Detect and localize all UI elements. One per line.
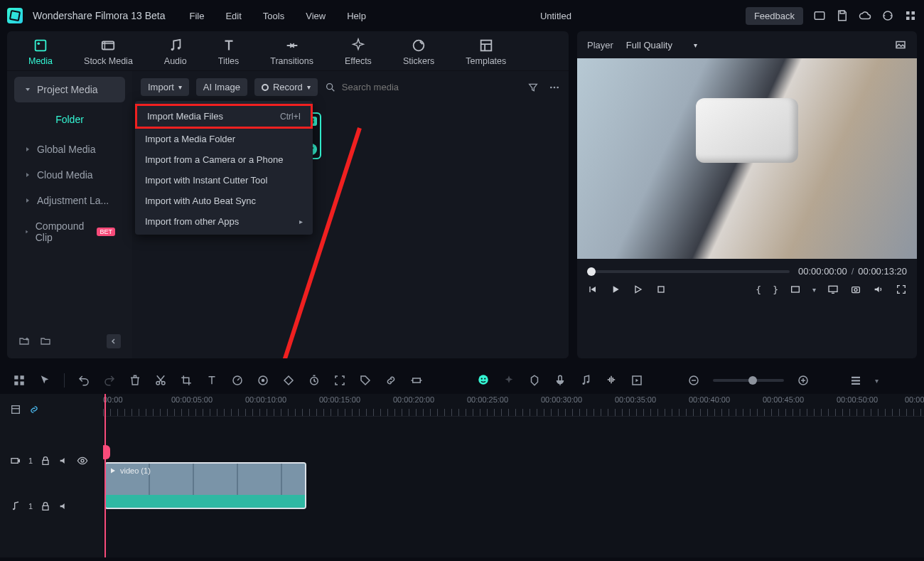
import-media-files[interactable]: Import Media FilesCtrl+I — [135, 104, 313, 129]
zoom-in-icon[interactable] — [797, 374, 810, 387]
preview-video[interactable] — [577, 58, 917, 259]
delete-icon[interactable] — [129, 374, 141, 387]
menu-file[interactable]: File — [190, 11, 205, 21]
more-icon[interactable] — [549, 82, 560, 93]
sidebar-adjustment-layer[interactable]: Adjustment La... — [14, 188, 125, 213]
collapse-sidebar-button[interactable] — [107, 334, 121, 348]
time-ruler[interactable]: 00:00 00:00:05:00 00:00:10:00 00:00:15:0… — [103, 394, 924, 417]
tab-titles[interactable]: Titles — [218, 38, 239, 70]
zoom-out-icon[interactable] — [687, 374, 700, 387]
cursor-icon[interactable] — [38, 374, 51, 387]
mic-icon[interactable] — [554, 374, 566, 387]
prev-frame-icon[interactable] — [587, 284, 598, 295]
import-instant-cutter[interactable]: Import with Instant Cutter Tool — [135, 170, 313, 191]
seek-bar[interactable] — [587, 270, 790, 273]
color-icon[interactable] — [257, 374, 269, 387]
ai-face-icon[interactable] — [477, 373, 490, 386]
tab-media[interactable]: Media — [28, 38, 53, 70]
import-media-folder[interactable]: Import a Media Folder — [135, 129, 313, 149]
tab-effects[interactable]: Effects — [345, 38, 372, 70]
marker-icon[interactable] — [528, 374, 541, 387]
mark-in-button[interactable]: { — [756, 284, 761, 295]
svg-rect-7 — [36, 41, 46, 51]
mark-out-button[interactable]: } — [773, 284, 778, 295]
lock-icon[interactable] — [40, 455, 51, 466]
svg-point-16 — [554, 86, 556, 88]
tab-stock-media[interactable]: Stock Media — [84, 38, 133, 70]
sparkle-icon[interactable] — [503, 374, 515, 387]
camera-icon[interactable] — [850, 284, 861, 295]
grid-icon[interactable] — [13, 374, 26, 387]
align-icon[interactable] — [410, 374, 423, 387]
svg-point-26 — [854, 289, 857, 292]
tab-audio[interactable]: Audio — [164, 38, 187, 70]
menu-tools[interactable]: Tools — [263, 11, 284, 21]
fullscreen-icon[interactable] — [896, 284, 907, 295]
stop-icon[interactable] — [655, 284, 667, 295]
display-icon[interactable] — [827, 284, 839, 295]
mute-icon[interactable] — [58, 455, 70, 466]
import-auto-beat-sync[interactable]: Import with Auto Beat Sync — [135, 191, 313, 211]
text-icon[interactable] — [205, 374, 218, 387]
sidebar-compound-clip[interactable]: Compound ClipBET — [14, 213, 125, 250]
ai-image-button[interactable]: AI Image — [196, 78, 247, 96]
save-icon[interactable] — [836, 9, 849, 22]
sidebar-folder[interactable]: Folder — [14, 107, 125, 132]
speed-icon[interactable] — [231, 374, 244, 387]
svg-rect-0 — [815, 12, 824, 20]
sidebar-cloud-media[interactable]: Cloud Media — [14, 162, 125, 188]
playhead[interactable] — [104, 394, 106, 557]
sidebar-project-media[interactable]: Project Media — [14, 77, 125, 102]
zoom-slider[interactable] — [713, 379, 784, 382]
play-icon[interactable] — [633, 284, 644, 295]
import-other-apps[interactable]: Import from other Apps▸ — [135, 211, 313, 232]
support-icon[interactable] — [881, 9, 894, 22]
record-button[interactable]: Record▾ — [254, 78, 318, 96]
expand-icon[interactable] — [333, 374, 346, 387]
playhead-grip[interactable] — [103, 445, 110, 459]
apps-icon[interactable] — [904, 9, 917, 22]
layout-icon[interactable] — [813, 9, 826, 22]
unlink-icon[interactable] — [28, 404, 40, 415]
feedback-button[interactable]: Feedback — [746, 7, 803, 25]
play-pause-icon[interactable] — [610, 284, 621, 295]
ratio-icon[interactable] — [790, 284, 801, 295]
crop-icon[interactable] — [180, 374, 193, 387]
timeline-clip[interactable]: video (1) — [104, 462, 306, 509]
tab-templates[interactable]: Templates — [466, 38, 506, 70]
timeline-tracks[interactable]: 00:00 00:00:05:00 00:00:10:00 00:00:15:0… — [103, 394, 924, 557]
new-folder-icon[interactable] — [18, 336, 30, 347]
filter-icon[interactable] — [527, 82, 539, 93]
volume-icon[interactable] — [873, 284, 884, 295]
tag-icon[interactable] — [359, 374, 372, 387]
search-input[interactable] — [342, 82, 520, 92]
timeline-panel-icon[interactable] — [10, 404, 21, 415]
folder-icon[interactable] — [40, 336, 51, 347]
snapshot-icon[interactable] — [894, 38, 907, 51]
menu-edit[interactable]: Edit — [225, 11, 241, 21]
seek-knob[interactable] — [587, 267, 596, 276]
tab-stickers[interactable]: Stickers — [403, 38, 434, 70]
keyframe-icon[interactable] — [282, 374, 295, 387]
music-note-icon[interactable] — [579, 374, 592, 387]
quality-select[interactable]: Full Quality▾ — [626, 40, 697, 50]
menu-view[interactable]: View — [306, 11, 326, 21]
cloud-icon[interactable] — [859, 9, 871, 22]
audio-stretch-icon[interactable] — [605, 373, 618, 386]
timer-icon[interactable] — [308, 374, 321, 387]
lock-icon[interactable] — [40, 501, 51, 512]
eye-icon[interactable] — [77, 455, 88, 466]
link-icon[interactable] — [385, 374, 397, 387]
mute-icon[interactable] — [58, 501, 70, 512]
redo-icon[interactable] — [103, 374, 116, 387]
cut-icon[interactable] — [154, 374, 167, 387]
track-view-icon[interactable] — [849, 374, 862, 387]
menu-help[interactable]: Help — [347, 11, 366, 21]
sidebar-global-media[interactable]: Global Media — [14, 137, 125, 162]
import-button[interactable]: Import▾ — [141, 78, 189, 96]
tab-transitions[interactable]: Transitions — [270, 38, 313, 70]
import-from-camera[interactable]: Import from a Camera or a Phone — [135, 149, 313, 170]
record-icon — [262, 84, 269, 91]
undo-icon[interactable] — [77, 374, 90, 387]
render-icon[interactable] — [630, 374, 643, 387]
